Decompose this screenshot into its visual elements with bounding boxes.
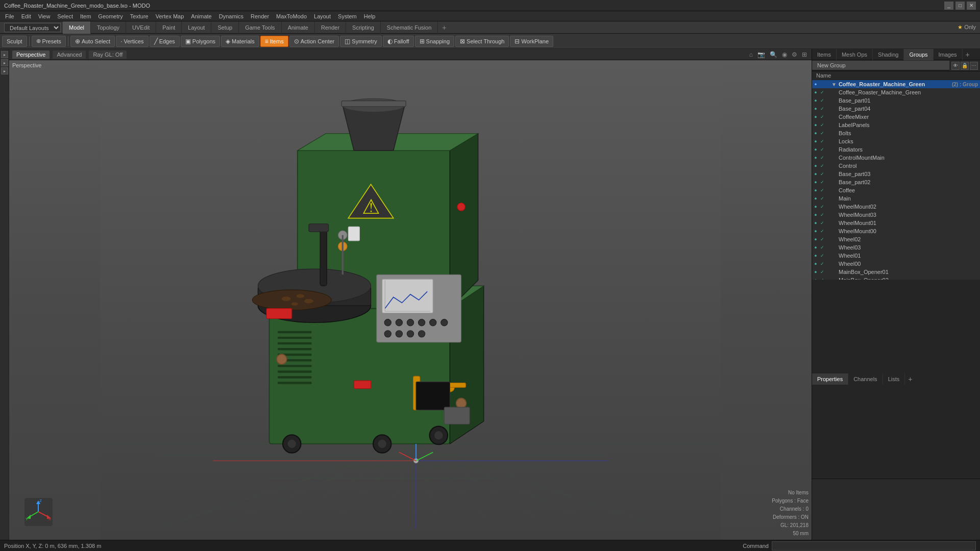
tree-visibility-icon[interactable]: ● [812, 171, 819, 177]
tree-check-icon[interactable]: ✓ [819, 163, 825, 168]
minimize-button[interactable]: _ [944, 2, 953, 10]
maximize-button[interactable]: □ [955, 2, 965, 10]
tree-item[interactable]: ●✓Wheel02 [812, 235, 980, 243]
vp-cam-btn[interactable]: 📷 [756, 51, 767, 59]
rp-tab-images[interactable]: Images [934, 49, 963, 60]
mode-tab-topology[interactable]: Topology [91, 21, 126, 34]
tree-visibility-icon[interactable]: ● [812, 220, 819, 226]
rp-add-tab-button[interactable]: + [963, 51, 973, 59]
tree-visibility-icon[interactable]: ● [812, 196, 819, 201]
menu-item-dynamics[interactable]: Dynamics [216, 11, 247, 21]
tree-check-icon[interactable]: ✓ [819, 171, 825, 177]
tree-item[interactable]: ●✓WheelMount02 [812, 203, 980, 211]
tree-visibility-icon[interactable]: ● [812, 237, 819, 242]
tree-item[interactable]: ●✓Base_part03 [812, 170, 980, 178]
mode-tab-layout[interactable]: Layout [182, 21, 211, 34]
tree-item[interactable]: ●✓Coffee [812, 186, 980, 194]
scene-tree[interactable]: ●▼Coffee_Roaster_Machine_Green(2) : Grou… [812, 80, 980, 280]
command-input[interactable] [772, 541, 976, 550]
tree-item[interactable]: ●✓Coffee_Roaster_Machine_Green [812, 88, 980, 96]
mode-tab-scripting[interactable]: Scripting [346, 21, 381, 34]
menu-item-layout[interactable]: Layout [311, 11, 334, 21]
toolbar-select-through-button[interactable]: ⊠Select Through [455, 36, 509, 47]
tree-check-icon[interactable]: ✓ [819, 212, 825, 217]
menu-item-edit[interactable]: Edit [18, 11, 34, 21]
tree-visibility-icon[interactable]: ● [812, 155, 819, 160]
tree-visibility-icon[interactable]: ● [812, 163, 819, 168]
menu-item-vertex map[interactable]: Vertex Map [153, 11, 187, 21]
tree-item[interactable]: ●✓Main [812, 194, 980, 203]
prop-add-tab-button[interactable]: + [905, 375, 915, 383]
vp-home-btn[interactable]: ⌂ [748, 51, 754, 59]
tree-check-icon[interactable]: ✓ [819, 253, 825, 258]
tree-visibility-icon[interactable]: ● [812, 253, 819, 258]
tree-check-icon[interactable]: ✓ [819, 180, 825, 185]
mode-tab-game-tools[interactable]: Game Tools [239, 21, 282, 34]
tree-check-icon[interactable]: ✓ [819, 269, 825, 274]
presets-button[interactable]: ⊕ Presets [32, 36, 66, 47]
tree-check-icon[interactable]: ✓ [819, 204, 825, 209]
left-sidebar-btn-3[interactable]: ▸ [1, 67, 8, 74]
tree-item[interactable]: ●✓WheelMount01 [812, 219, 980, 227]
tree-item[interactable]: ●✓LabelPanels [812, 121, 980, 129]
tree-check-icon[interactable]: ✓ [819, 229, 825, 234]
tree-item[interactable]: ●✓Base_part04 [812, 105, 980, 113]
tree-visibility-icon[interactable]: ● [812, 204, 819, 209]
tree-visibility-icon[interactable]: ● [812, 245, 819, 250]
tree-check-icon[interactable]: ✓ [819, 245, 825, 250]
toolbar-auto-select-button[interactable]: ⊕Auto Select [70, 36, 115, 47]
menu-item-file[interactable]: File [2, 11, 17, 21]
toolbar-action-center-button[interactable]: ⊙Action Center [289, 36, 339, 47]
tree-item[interactable]: ●✓Locks [812, 137, 980, 145]
tree-item[interactable]: ●✓WheelMount00 [812, 227, 980, 235]
tree-visibility-icon[interactable]: ● [812, 229, 819, 234]
prop-tab-channels[interactable]: Channels [848, 373, 883, 385]
menu-item-render[interactable]: Render [248, 11, 272, 21]
vp-expand-btn[interactable]: ⊞ [800, 51, 808, 59]
left-sidebar-btn-1[interactable]: ▸ [1, 51, 8, 58]
rp-tab-meshops[interactable]: Mesh Ops [837, 49, 873, 60]
tree-check-icon[interactable]: ✓ [819, 106, 825, 111]
prop-tab-lists[interactable]: Lists [883, 373, 905, 385]
tree-item[interactable]: ●✓Wheel00 [812, 260, 980, 268]
tree-check-icon[interactable]: ✓ [819, 131, 825, 136]
toolbar-polygons-button[interactable]: ▣Polygons [181, 36, 220, 47]
toolbar-items-button[interactable]: ≡Items [260, 36, 288, 47]
tree-check-icon[interactable]: ✓ [819, 196, 825, 201]
tree-item[interactable]: ●✓Base_part01 [812, 96, 980, 105]
rp-tab-groups[interactable]: Groups [904, 49, 933, 60]
tree-visibility-icon[interactable]: ● [812, 188, 819, 193]
menu-item-item[interactable]: Item [77, 11, 94, 21]
tree-visibility-icon[interactable]: ● [812, 269, 819, 274]
menu-item-system[interactable]: System [335, 11, 360, 21]
vp-settings-btn[interactable]: ⚙ [790, 51, 799, 59]
tree-item[interactable]: ●✓MainBox_Opener01 [812, 268, 980, 276]
rp-lock-icon[interactable]: 🔒 [961, 62, 969, 70]
sculpt-button[interactable]: Sculpt [2, 36, 27, 47]
viewport[interactable]: Perspective [9, 60, 812, 540]
mode-tab-model[interactable]: Model [63, 21, 91, 34]
tree-check-icon[interactable]: ✓ [819, 155, 825, 160]
mode-tab-uvedit[interactable]: UVEdit [126, 21, 156, 34]
toolbar-symmetry-button[interactable]: ◫Symmetry [340, 36, 382, 47]
toolbar-vertices-button[interactable]: ·Vertices [116, 36, 148, 47]
add-mode-tab-button[interactable]: + [438, 23, 450, 32]
tree-visibility-icon[interactable]: ● [812, 180, 819, 185]
tree-check-icon[interactable]: ✓ [819, 122, 825, 128]
tree-check-icon[interactable]: ✓ [819, 188, 825, 193]
menu-item-animate[interactable]: Animate [188, 11, 214, 21]
tree-item[interactable]: ●✓Control [812, 162, 980, 170]
tree-check-icon[interactable]: ✓ [819, 261, 825, 266]
tree-visibility-icon[interactable]: ● [812, 212, 819, 217]
new-group-button[interactable]: New Group [812, 61, 949, 70]
rp-eye-icon[interactable]: 👁 [951, 62, 960, 70]
vp-search-btn[interactable]: 🔍 [768, 51, 779, 59]
tree-item[interactable]: ●✓CoffeeMixer [812, 113, 980, 121]
viewport-tab-perspective[interactable]: Perspective [12, 51, 50, 59]
tree-check-icon[interactable]: ✓ [819, 237, 825, 242]
toolbar-falloff-button[interactable]: ◐Falloff [383, 36, 414, 47]
tree-check-icon[interactable]: ✓ [819, 220, 825, 226]
vp-render-btn[interactable]: ◉ [780, 51, 789, 59]
tree-check-icon[interactable]: ✓ [819, 139, 825, 144]
menu-item-geometry[interactable]: Geometry [95, 11, 126, 21]
